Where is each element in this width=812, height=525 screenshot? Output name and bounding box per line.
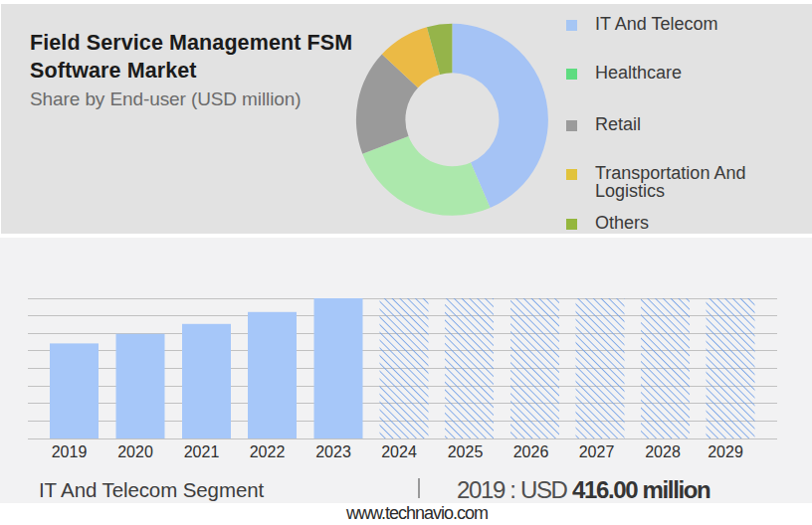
svg-text:2023: 2023 [315, 443, 351, 460]
svg-text:2026: 2026 [513, 443, 549, 460]
svg-text:2022: 2022 [250, 443, 286, 460]
svg-text:2020: 2020 [117, 443, 153, 460]
svg-text:2024: 2024 [381, 443, 417, 460]
svg-text:2021: 2021 [184, 443, 220, 460]
svg-text:2025: 2025 [448, 443, 484, 460]
svg-text:2019: 2019 [52, 443, 88, 460]
svg-text:2027: 2027 [579, 443, 615, 460]
svg-text:2029: 2029 [708, 443, 743, 460]
svg-text:2028: 2028 [645, 443, 681, 460]
